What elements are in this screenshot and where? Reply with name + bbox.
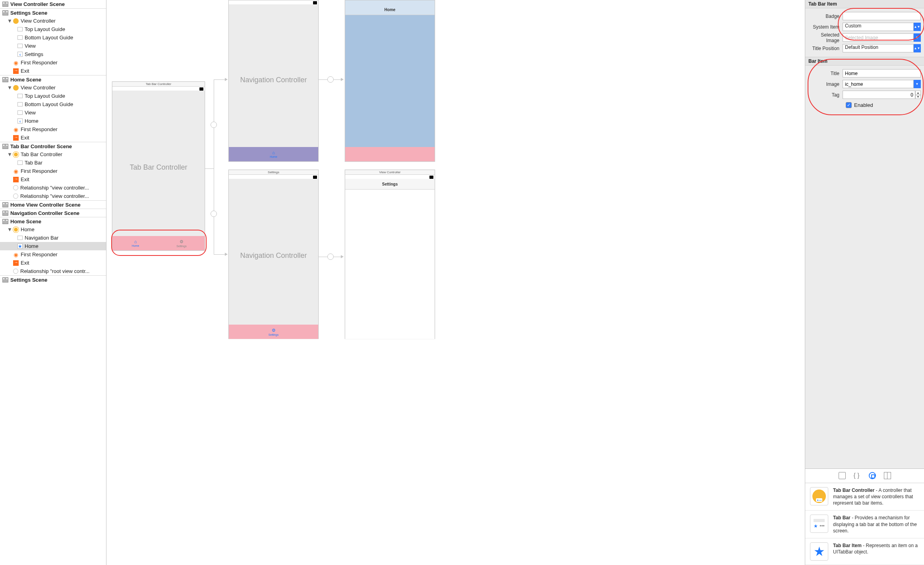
nav-bar-title: Settings <box>345 179 435 190</box>
system-item-select[interactable]: Custom <box>843 23 914 31</box>
outline-row[interactable]: View <box>0 108 106 117</box>
outline-scene-header[interactable]: Tab Bar Controller Scene <box>0 142 106 150</box>
frame-settings-vc[interactable]: View Controller Settings <box>345 170 435 339</box>
segue-badge[interactable] <box>327 253 334 260</box>
tab-settings: ⚙ Settings <box>229 325 318 339</box>
outline-label: View Controller <box>21 18 56 24</box>
exit-icon <box>13 68 19 74</box>
library-item-thumb <box>810 487 828 505</box>
outline-row[interactable]: Bottom Layout Guide <box>0 33 106 42</box>
tag-label: Tag <box>808 92 843 98</box>
outline-label: Home <box>25 243 39 249</box>
outline-label: Home <box>25 118 39 124</box>
outline-row[interactable]: Exit <box>0 134 106 142</box>
outline-scene-header[interactable]: Settings Scene <box>0 275 106 284</box>
outline-row[interactable]: Tab Bar <box>0 159 106 167</box>
outline-row[interactable]: Top Layout Guide <box>0 25 106 33</box>
code-snippet-icon[interactable]: { } <box>854 472 861 479</box>
library-item[interactable]: ★•••Tab Bar - Provides a mechanism for d… <box>805 511 924 538</box>
outline-row[interactable]: View <box>0 42 106 50</box>
outline-row[interactable]: ◉First Responder <box>0 58 106 67</box>
disclosure-arrow-icon[interactable]: ▼ <box>7 151 11 157</box>
outline-row[interactable]: ◉First Responder <box>0 167 106 175</box>
outline-row[interactable]: ▼Tab Bar Controller <box>0 150 106 159</box>
object-library-icon[interactable] <box>869 472 876 479</box>
tab-label: Settings <box>269 333 278 336</box>
outline-row[interactable]: Relationship "view controller... <box>0 192 106 200</box>
enabled-checkbox[interactable]: ✓ <box>846 102 852 108</box>
outline-label: Exit <box>21 135 29 141</box>
outline-row[interactable]: Bottom Layout Guide <box>0 100 106 108</box>
chevron-down-icon[interactable]: ▼ <box>914 33 921 42</box>
tag-stepper[interactable]: ▲▼ <box>915 91 921 99</box>
disclosure-arrow-icon[interactable]: ▼ <box>7 18 11 24</box>
system-item-label: System Item <box>808 24 843 30</box>
image-select[interactable] <box>843 80 914 88</box>
library-item[interactable]: Tab Bar Controller - A controller that m… <box>805 483 924 511</box>
outline-row[interactable]: Navigation Bar <box>0 234 106 242</box>
chevron-down-icon[interactable]: ▼ <box>914 80 921 88</box>
chevron-updown-icon[interactable]: ▲▼ <box>914 23 921 31</box>
segue-badge[interactable] <box>327 76 334 83</box>
outline-row[interactable]: ‹Home <box>0 117 106 125</box>
segue-badge[interactable] <box>211 122 217 128</box>
frame-nav-settings[interactable]: Settings Navigation Controller ⚙ Setting… <box>228 170 319 339</box>
title-position-select[interactable]: Default Position <box>843 44 914 52</box>
outline-scene-header[interactable]: View Controller Scene <box>0 0 106 8</box>
frame-tabbar-controller[interactable]: Tab Bar Controller Tab Bar Controller ⌂ … <box>112 81 205 251</box>
outline-row[interactable]: ▼Home <box>0 225 106 234</box>
library-item[interactable]: ★Tab Bar Item - Represents an item on a … <box>805 538 924 565</box>
outline-row[interactable]: ▼View Controller <box>0 17 106 25</box>
selected-image-select[interactable] <box>843 33 914 42</box>
scene-icon <box>2 10 8 15</box>
outline-row[interactable]: ▼View Controller <box>0 83 106 92</box>
view-controller-icon <box>13 227 19 232</box>
outline-label: Tab Bar <box>25 160 43 166</box>
title-input[interactable] <box>843 69 921 77</box>
view-controller-icon <box>13 18 19 24</box>
object-library-list[interactable]: Tab Bar Controller - A controller that m… <box>805 483 924 565</box>
outline-row[interactable]: Exit <box>0 175 106 184</box>
file-template-icon[interactable] <box>839 472 846 479</box>
outline-row[interactable]: Top Layout Guide <box>0 92 106 100</box>
storyboard-canvas[interactable]: Tab Bar Controller Tab Bar Controller ⌂ … <box>106 0 805 565</box>
outline-label: Top Layout Guide <box>25 26 65 32</box>
outline-scene-header[interactable]: Navigation Controller Scene <box>0 209 106 217</box>
outline-row[interactable]: Exit <box>0 67 106 75</box>
nav-bar-title: Home <box>345 4 435 15</box>
outline-row[interactable]: ‹Settings <box>0 50 106 58</box>
badge-label: Badge <box>808 14 843 19</box>
outline-row[interactable]: ◉First Responder <box>0 250 106 259</box>
outline-label: Relationship "root view contr... <box>20 268 89 274</box>
scene-name: Home Scene <box>10 77 41 83</box>
frame-home-vc[interactable]: Home <box>345 0 435 162</box>
disclosure-arrow-icon[interactable]: ▼ <box>7 85 11 91</box>
outline-row[interactable]: Exit <box>0 259 106 267</box>
document-outline[interactable]: View Controller SceneSettings Scene▼View… <box>0 0 106 565</box>
tab-settings[interactable]: ⚙ Settings <box>159 236 205 250</box>
tab-home[interactable]: ⌂ Home <box>112 236 159 250</box>
outline-row[interactable]: ◉First Responder <box>0 125 106 134</box>
chevron-updown-icon[interactable]: ▲▼ <box>914 44 921 52</box>
outline-label: View <box>25 43 36 49</box>
frame-nav-home[interactable]: Navigation Controller ⌂ Home <box>228 0 319 162</box>
media-library-icon[interactable] <box>884 472 891 479</box>
outline-row[interactable]: Relationship "view controller... <box>0 184 106 192</box>
outline-label: Relationship "view controller... <box>20 193 89 199</box>
outline-row[interactable]: ★Home <box>0 242 106 250</box>
tab-label: Settings <box>176 245 186 248</box>
badge-input[interactable] <box>843 12 921 20</box>
tab-bar[interactable]: ⌂ Home ⚙ Settings <box>112 236 205 250</box>
outline-scene-header[interactable]: Home Scene <box>0 217 106 225</box>
segue-badge[interactable] <box>211 211 217 217</box>
title-position-label: Title Position <box>808 46 843 51</box>
tag-input[interactable] <box>843 91 915 99</box>
outline-scene-header[interactable]: Home Scene <box>0 75 106 83</box>
outline-scene-header[interactable]: Settings Scene <box>0 8 106 17</box>
frame-body-label: Navigation Controller <box>229 252 318 260</box>
outline-row[interactable]: Relationship "root view contr... <box>0 267 106 275</box>
star-icon: ★ <box>17 244 23 249</box>
frame-body-label: Tab Bar Controller <box>112 163 205 172</box>
outline-scene-header[interactable]: Home View Controller Scene <box>0 200 106 209</box>
disclosure-arrow-icon[interactable]: ▼ <box>7 226 11 232</box>
